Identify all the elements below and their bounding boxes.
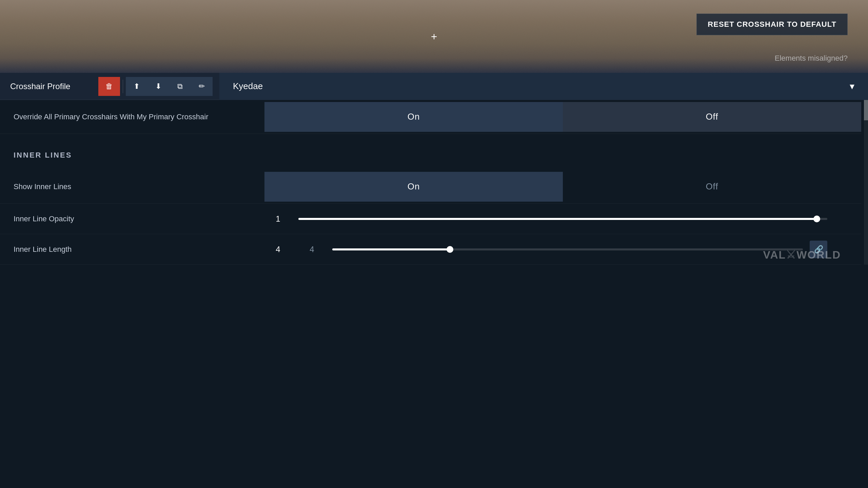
override-toggle-group: On Off [264, 102, 861, 132]
profile-actions: 🗑 ⬆ ⬇ ⧉ ✏ [98, 77, 213, 96]
inner-line-opacity-row: Inner Line Opacity 1 [0, 204, 861, 234]
inner-line-opacity-fill [298, 218, 817, 220]
scrollbar[interactable] [864, 100, 868, 265]
export-profile-button[interactable]: ⬆ [126, 77, 147, 96]
override-off-button[interactable]: Off [563, 102, 861, 132]
scrollbar-thumb[interactable] [864, 100, 868, 120]
elements-misaligned-link[interactable]: Elements misaligned? [775, 54, 848, 63]
edit-profile-button[interactable]: ✏ [191, 77, 213, 96]
override-label: Override All Primary Crosshairs With My … [14, 113, 264, 121]
show-inner-lines-row: Show Inner Lines On Off [0, 170, 861, 204]
main-content: Override All Primary Crosshairs With My … [0, 100, 868, 265]
show-inner-lines-off-button[interactable]: Off [563, 172, 861, 202]
inner-line-length-secondary-value: 4 [298, 245, 326, 254]
inner-line-length-value: 4 [264, 245, 292, 254]
watermark-text: VAL⚔WORLD [763, 248, 841, 261]
inner-line-opacity-slider-container: 1 [264, 214, 861, 224]
inner-line-length-label: Inner Line Length [14, 245, 264, 254]
inner-line-opacity-label: Inner Line Opacity [14, 215, 264, 223]
export-icon: ⬆ [134, 82, 140, 91]
watermark: VAL⚔WORLD [763, 248, 841, 261]
copy-icon: ⧉ [177, 82, 183, 91]
reset-crosshair-button[interactable]: RESET CROSSHAIR TO DEFAULT [696, 14, 848, 35]
profile-bar: Crosshair Profile 🗑 ⬆ ⬇ ⧉ ✏ Kyedae ▾ [0, 73, 868, 100]
profile-name: Kyedae [233, 81, 263, 92]
inner-line-length-thumb[interactable] [447, 246, 453, 253]
delete-icon: 🗑 [105, 82, 113, 91]
profile-name-dropdown[interactable]: Kyedae ▾ [219, 73, 868, 100]
inner-line-opacity-thumb[interactable] [813, 216, 820, 222]
edit-icon: ✏ [199, 82, 205, 91]
chevron-down-icon: ▾ [850, 81, 854, 92]
import-profile-button[interactable]: ⬇ [147, 77, 169, 96]
divider [123, 80, 123, 93]
inner-line-length-track[interactable] [332, 248, 803, 250]
inner-line-length-row: Inner Line Length 4 4 🔗 [0, 234, 861, 265]
override-setting-row: Override All Primary Crosshairs With My … [0, 100, 861, 134]
show-inner-lines-on-button[interactable]: On [264, 172, 563, 202]
override-on-button[interactable]: On [264, 102, 563, 132]
inner-line-opacity-value: 1 [264, 214, 292, 224]
inner-lines-section-title: INNER LINES [0, 134, 868, 170]
crosshair-preview: + RESET CROSSHAIR TO DEFAULT Elements mi… [0, 0, 868, 73]
profile-bar-label: Crosshair Profile [10, 82, 85, 91]
copy-profile-button[interactable]: ⧉ [169, 77, 191, 96]
show-inner-lines-label: Show Inner Lines [14, 182, 264, 191]
show-inner-lines-toggle: On Off [264, 172, 861, 202]
inner-line-length-fill [332, 248, 450, 250]
import-icon: ⬇ [155, 82, 161, 91]
crosshair-symbol: + [431, 30, 437, 43]
delete-profile-button[interactable]: 🗑 [98, 77, 120, 96]
inner-line-opacity-track[interactable] [298, 218, 827, 220]
